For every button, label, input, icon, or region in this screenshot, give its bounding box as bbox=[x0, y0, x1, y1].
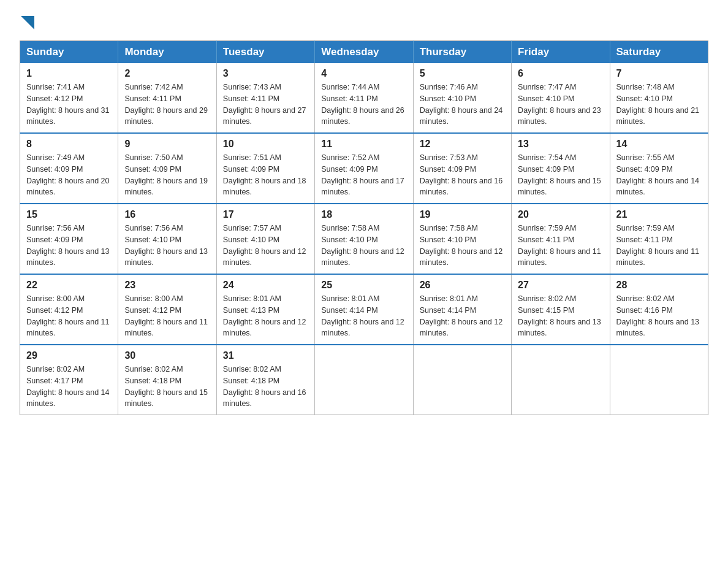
calendar-cell: 15Sunrise: 7:56 AMSunset: 4:09 PMDayligh… bbox=[20, 204, 118, 274]
calendar-cell: 29Sunrise: 8:02 AMSunset: 4:17 PMDayligh… bbox=[20, 345, 118, 415]
day-info: Sunrise: 7:53 AMSunset: 4:09 PMDaylight:… bbox=[420, 152, 505, 198]
day-info: Sunrise: 8:02 AMSunset: 4:18 PMDaylight:… bbox=[223, 364, 308, 410]
day-info: Sunrise: 8:00 AMSunset: 4:12 PMDaylight:… bbox=[124, 293, 210, 339]
calendar-cell: 30Sunrise: 8:02 AMSunset: 4:18 PMDayligh… bbox=[118, 345, 216, 415]
day-info: Sunrise: 7:43 AMSunset: 4:11 PMDaylight:… bbox=[223, 82, 308, 128]
day-info: Sunrise: 7:59 AMSunset: 4:11 PMDaylight:… bbox=[518, 223, 603, 269]
day-info: Sunrise: 7:41 AMSunset: 4:12 PMDaylight:… bbox=[26, 82, 112, 128]
day-info: Sunrise: 7:42 AMSunset: 4:11 PMDaylight:… bbox=[124, 82, 210, 128]
calendar-table: SundayMondayTuesdayWednesdayThursdayFrid… bbox=[20, 40, 708, 415]
day-number: 24 bbox=[223, 280, 308, 291]
day-info: Sunrise: 8:02 AMSunset: 4:18 PMDaylight:… bbox=[124, 364, 210, 410]
day-number: 8 bbox=[26, 139, 112, 150]
day-number: 9 bbox=[124, 139, 210, 150]
day-number: 3 bbox=[223, 68, 308, 79]
day-number: 31 bbox=[223, 350, 308, 361]
calendar-cell: 12Sunrise: 7:53 AMSunset: 4:09 PMDayligh… bbox=[413, 133, 511, 204]
day-info: Sunrise: 7:44 AMSunset: 4:11 PMDaylight:… bbox=[321, 82, 406, 128]
weekday-header-thursday: Thursday bbox=[413, 41, 511, 64]
calendar-cell: 6Sunrise: 7:47 AMSunset: 4:10 PMDaylight… bbox=[512, 63, 610, 133]
calendar-cell: 7Sunrise: 7:48 AMSunset: 4:10 PMDaylight… bbox=[610, 63, 708, 133]
day-number: 7 bbox=[616, 68, 702, 79]
day-info: Sunrise: 7:59 AMSunset: 4:11 PMDaylight:… bbox=[616, 223, 702, 269]
weekday-header-tuesday: Tuesday bbox=[216, 41, 314, 64]
day-info: Sunrise: 7:56 AMSunset: 4:09 PMDaylight:… bbox=[26, 223, 112, 269]
calendar-cell: 2Sunrise: 7:42 AMSunset: 4:11 PMDaylight… bbox=[118, 63, 216, 133]
calendar-cell bbox=[413, 345, 511, 415]
logo-triangle-icon bbox=[21, 16, 34, 29]
calendar-header: SundayMondayTuesdayWednesdayThursdayFrid… bbox=[20, 41, 708, 64]
calendar-cell: 4Sunrise: 7:44 AMSunset: 4:11 PMDaylight… bbox=[315, 63, 413, 133]
day-info: Sunrise: 8:00 AMSunset: 4:12 PMDaylight:… bbox=[26, 293, 112, 339]
day-info: Sunrise: 7:48 AMSunset: 4:10 PMDaylight:… bbox=[616, 82, 702, 128]
day-number: 27 bbox=[518, 280, 603, 291]
day-info: Sunrise: 7:49 AMSunset: 4:09 PMDaylight:… bbox=[26, 152, 112, 198]
day-number: 25 bbox=[321, 280, 406, 291]
calendar-cell: 25Sunrise: 8:01 AMSunset: 4:14 PMDayligh… bbox=[315, 274, 413, 345]
logo bbox=[20, 15, 34, 29]
calendar-cell: 22Sunrise: 8:00 AMSunset: 4:12 PMDayligh… bbox=[20, 274, 118, 345]
calendar-cell: 8Sunrise: 7:49 AMSunset: 4:09 PMDaylight… bbox=[20, 133, 118, 204]
calendar-cell: 28Sunrise: 8:02 AMSunset: 4:16 PMDayligh… bbox=[610, 274, 708, 345]
day-number: 4 bbox=[321, 68, 406, 79]
day-info: Sunrise: 8:02 AMSunset: 4:16 PMDaylight:… bbox=[616, 293, 702, 339]
day-number: 29 bbox=[26, 350, 112, 361]
day-number: 17 bbox=[223, 209, 308, 220]
day-info: Sunrise: 7:57 AMSunset: 4:10 PMDaylight:… bbox=[223, 223, 308, 269]
calendar-cell: 3Sunrise: 7:43 AMSunset: 4:11 PMDaylight… bbox=[216, 63, 314, 133]
calendar-cell bbox=[610, 345, 708, 415]
day-number: 21 bbox=[616, 209, 702, 220]
day-info: Sunrise: 8:01 AMSunset: 4:14 PMDaylight:… bbox=[321, 293, 406, 339]
day-number: 14 bbox=[616, 139, 702, 150]
day-info: Sunrise: 7:52 AMSunset: 4:09 PMDaylight:… bbox=[321, 152, 406, 198]
calendar-cell: 16Sunrise: 7:56 AMSunset: 4:10 PMDayligh… bbox=[118, 204, 216, 274]
day-number: 15 bbox=[26, 209, 112, 220]
day-info: Sunrise: 8:01 AMSunset: 4:13 PMDaylight:… bbox=[223, 293, 308, 339]
calendar-cell: 5Sunrise: 7:46 AMSunset: 4:10 PMDaylight… bbox=[413, 63, 511, 133]
day-info: Sunrise: 7:50 AMSunset: 4:09 PMDaylight:… bbox=[124, 152, 210, 198]
day-info: Sunrise: 7:56 AMSunset: 4:10 PMDaylight:… bbox=[124, 223, 210, 269]
day-info: Sunrise: 7:47 AMSunset: 4:10 PMDaylight:… bbox=[518, 82, 603, 128]
day-number: 10 bbox=[223, 139, 308, 150]
calendar-week-2: 8Sunrise: 7:49 AMSunset: 4:09 PMDaylight… bbox=[20, 133, 708, 204]
day-info: Sunrise: 7:55 AMSunset: 4:09 PMDaylight:… bbox=[616, 152, 702, 198]
calendar-cell bbox=[512, 345, 610, 415]
day-info: Sunrise: 7:58 AMSunset: 4:10 PMDaylight:… bbox=[420, 223, 505, 269]
day-number: 13 bbox=[518, 139, 603, 150]
calendar-week-4: 22Sunrise: 8:00 AMSunset: 4:12 PMDayligh… bbox=[20, 274, 708, 345]
day-number: 16 bbox=[124, 209, 210, 220]
calendar-cell bbox=[315, 345, 413, 415]
calendar-cell: 17Sunrise: 7:57 AMSunset: 4:10 PMDayligh… bbox=[216, 204, 314, 274]
day-number: 1 bbox=[26, 68, 112, 79]
calendar-cell: 26Sunrise: 8:01 AMSunset: 4:14 PMDayligh… bbox=[413, 274, 511, 345]
day-info: Sunrise: 8:01 AMSunset: 4:14 PMDaylight:… bbox=[420, 293, 505, 339]
day-number: 22 bbox=[26, 280, 112, 291]
weekday-header-monday: Monday bbox=[118, 41, 216, 64]
weekday-header-friday: Friday bbox=[512, 41, 610, 64]
page-header bbox=[20, 15, 708, 29]
svg-marker-0 bbox=[21, 16, 34, 29]
day-info: Sunrise: 7:46 AMSunset: 4:10 PMDaylight:… bbox=[420, 82, 505, 128]
calendar-cell: 11Sunrise: 7:52 AMSunset: 4:09 PMDayligh… bbox=[315, 133, 413, 204]
calendar-cell: 24Sunrise: 8:01 AMSunset: 4:13 PMDayligh… bbox=[216, 274, 314, 345]
day-number: 5 bbox=[420, 68, 505, 79]
calendar-cell: 1Sunrise: 7:41 AMSunset: 4:12 PMDaylight… bbox=[20, 63, 118, 133]
day-info: Sunrise: 8:02 AMSunset: 4:15 PMDaylight:… bbox=[518, 293, 603, 339]
calendar-cell: 20Sunrise: 7:59 AMSunset: 4:11 PMDayligh… bbox=[512, 204, 610, 274]
day-number: 6 bbox=[518, 68, 603, 79]
calendar-cell: 9Sunrise: 7:50 AMSunset: 4:09 PMDaylight… bbox=[118, 133, 216, 204]
day-info: Sunrise: 8:02 AMSunset: 4:17 PMDaylight:… bbox=[26, 364, 112, 410]
day-number: 20 bbox=[518, 209, 603, 220]
calendar-cell: 21Sunrise: 7:59 AMSunset: 4:11 PMDayligh… bbox=[610, 204, 708, 274]
calendar-cell: 10Sunrise: 7:51 AMSunset: 4:09 PMDayligh… bbox=[216, 133, 314, 204]
calendar-cell: 19Sunrise: 7:58 AMSunset: 4:10 PMDayligh… bbox=[413, 204, 511, 274]
calendar-cell: 13Sunrise: 7:54 AMSunset: 4:09 PMDayligh… bbox=[512, 133, 610, 204]
calendar-cell: 18Sunrise: 7:58 AMSunset: 4:10 PMDayligh… bbox=[315, 204, 413, 274]
calendar-cell: 31Sunrise: 8:02 AMSunset: 4:18 PMDayligh… bbox=[216, 345, 314, 415]
calendar-week-1: 1Sunrise: 7:41 AMSunset: 4:12 PMDaylight… bbox=[20, 63, 708, 133]
calendar-week-3: 15Sunrise: 7:56 AMSunset: 4:09 PMDayligh… bbox=[20, 204, 708, 274]
day-info: Sunrise: 7:51 AMSunset: 4:09 PMDaylight:… bbox=[223, 152, 308, 198]
day-info: Sunrise: 7:58 AMSunset: 4:10 PMDaylight:… bbox=[321, 223, 406, 269]
day-number: 18 bbox=[321, 209, 406, 220]
calendar-week-5: 29Sunrise: 8:02 AMSunset: 4:17 PMDayligh… bbox=[20, 345, 708, 415]
